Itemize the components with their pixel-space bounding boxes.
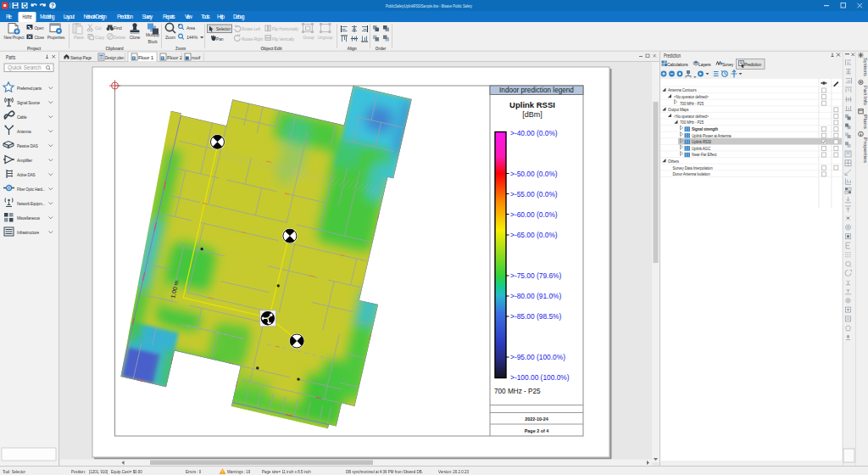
svg-text:Network Equipm...: Network Equipm... [17,201,45,206]
svg-text:>-80.00 (91.0%): >-80.00 (91.0%) [510,292,562,300]
svg-text:Tools: Tools [201,14,210,20]
svg-text:Fiber Optic Hard...: Fiber Optic Hard... [17,187,45,192]
svg-text:Indoor prediction legend: Indoor prediction legend [499,87,574,94]
svg-text:Prediction: Prediction [117,14,133,20]
svg-text:Signal strength: Signal strength [692,126,718,131]
svg-text:Active DAS: Active DAS [17,172,36,177]
svg-text:[dBm]: [dBm] [522,110,542,119]
svg-text:Selector: Selector [216,26,231,31]
svg-text:2022-10-24: 2022-10-24 [525,416,548,422]
svg-text:Rotate Right: Rotate Right [242,36,263,42]
svg-text:Uplink RSSI: Uplink RSSI [692,138,711,144]
svg-text:Floor 1: Floor 1 [138,55,153,60]
svg-text:Group: Group [303,35,314,40]
svg-text:Antenna Contours: Antenna Contours [668,87,697,92]
svg-text:700 MHz - P25: 700 MHz - P25 [680,119,704,125]
svg-text:roof: roof [192,55,201,60]
svg-text:Layers: Layers [698,62,711,67]
svg-text:<No operator defined>: <No operator defined> [674,93,709,99]
svg-text:Close: Close [35,35,45,40]
svg-text:Properties: Properties [863,137,868,163]
svg-text:Miscellaneous: Miscellaneous [17,215,40,221]
svg-text:<No operator defined>: <No operator defined> [674,113,709,119]
svg-text:Parts: Parts [6,54,15,60]
svg-text:Part Info: Part Info [863,86,868,106]
svg-text:144%: 144% [186,35,198,40]
svg-text:Uplink Power at Antenna: Uplink Power at Antenna [692,132,732,138]
svg-text:Prediction: Prediction [664,53,681,59]
svg-text:File: File [6,14,12,20]
svg-text:Infrastructure: Infrastructure [17,230,40,235]
svg-text:Amplifier: Amplifier [17,158,32,163]
svg-text:Block: Block [148,39,158,44]
svg-text:Modeling: Modeling [40,14,55,20]
svg-text:Properties: Properties [47,35,65,40]
svg-text:Layout: Layout [64,14,75,20]
svg-text:PublicSafetyUplinkRSSISample.i: PublicSafetyUplinkRSSISample.ibw - iBwav… [386,3,473,8]
svg-text:Area: Area [186,25,196,31]
svg-text:>-60.00 (0.0%): >-60.00 (0.0%) [510,210,558,219]
svg-text:Survey: Survey [142,14,153,20]
svg-text:Others: Others [668,158,679,164]
svg-text:Delete: Delete [114,35,126,40]
svg-text:Cut: Cut [95,25,102,31]
svg-text:Paste: Paste [74,35,85,40]
svg-text:Prediction: Prediction [744,62,761,67]
svg-text:>-50.00 (0.0%): >-50.00 (0.0%) [510,170,558,178]
svg-text:Flip Horizontally: Flip Horizontally [272,26,298,31]
svg-text:Survey Data Interpolation: Survey Data Interpolation [673,165,713,170]
svg-text:Network Design: Network Design [83,14,107,20]
svg-text:New Project: New Project [4,35,25,40]
svg-text:Survey: Survey [722,62,733,67]
svg-text:Home: Home [23,14,32,20]
svg-text:Uplink RSSI: Uplink RSSI [509,100,555,109]
svg-text:Help: Help [217,14,225,20]
svg-text:>-65.00 (0.0%): >-65.00 (0.0%) [510,231,558,239]
svg-text:Floor 2: Floor 2 [167,55,182,60]
svg-text:Antenna: Antenna [17,129,31,134]
svg-text:>-75.00 (79.6%): >-75.00 (79.6%) [510,271,562,280]
svg-text:Ungroup: Ungroup [318,35,333,40]
svg-text:View: View [185,14,192,20]
svg-text:Open: Open [35,25,44,31]
svg-text:Output Maps: Output Maps [668,106,689,112]
svg-text:700 MHz - P25: 700 MHz - P25 [680,100,704,106]
svg-text:Systems: Systems [863,58,868,76]
svg-text:Debug: Debug [233,14,245,20]
svg-text:Zoom: Zoom [165,35,175,40]
svg-text:Clone: Clone [130,35,141,40]
svg-text:Zoom: Zoom [175,46,186,51]
svg-text:Find: Find [114,25,122,31]
svg-text:>-85.00 (98.5%): >-85.00 (98.5%) [510,312,562,321]
svg-text:>-95.00 (100.0%): >-95.00 (100.0%) [510,353,565,361]
svg-text:Project: Project [27,46,41,51]
svg-text:Passive DAS: Passive DAS [17,143,38,148]
svg-text:Pan: Pan [216,36,224,42]
svg-text:?: ? [51,3,54,8]
svg-text:Order: Order [376,46,387,51]
svg-text:Align: Align [348,46,357,51]
svg-text:Flip Vertically: Flip Vertically [272,36,294,42]
svg-text:Near-Far Effect: Near-Far Effect [692,151,717,157]
svg-text:Donor Antenna Isolation: Donor Antenna Isolation [673,170,710,176]
svg-text:Calculations: Calculations [667,62,688,67]
svg-text:Reports: Reports [163,14,175,20]
svg-text:Copy: Copy [95,35,104,40]
svg-text:Object Edit: Object Edit [261,46,282,51]
svg-text:Uplink AGC: Uplink AGC [692,145,711,151]
svg-text:Design plan: Design plan [105,55,124,60]
svg-text:>-100.00 (100.0%): >-100.00 (100.0%) [510,373,570,382]
svg-text:Signal Source: Signal Source [17,100,41,105]
svg-text:Quick Search: Quick Search [8,64,42,71]
svg-text:Cable: Cable [17,115,27,120]
svg-text:700 MHz - P25: 700 MHz - P25 [494,388,541,395]
svg-text:Page 2 of 4: Page 2 of 4 [525,428,548,433]
svg-text:Clipboard: Clipboard [106,46,124,51]
svg-text:Rotate Left: Rotate Left [242,26,260,31]
svg-text:Preferred parts: Preferred parts [17,86,42,91]
svg-text:>-40.00 (0.0%): >-40.00 (0.0%) [510,129,558,137]
svg-text:>-55.00 (0.0%): >-55.00 (0.0%) [510,190,558,198]
svg-text:Plans: Plans [863,115,868,129]
svg-text:Startup Page: Startup Page [70,55,92,60]
